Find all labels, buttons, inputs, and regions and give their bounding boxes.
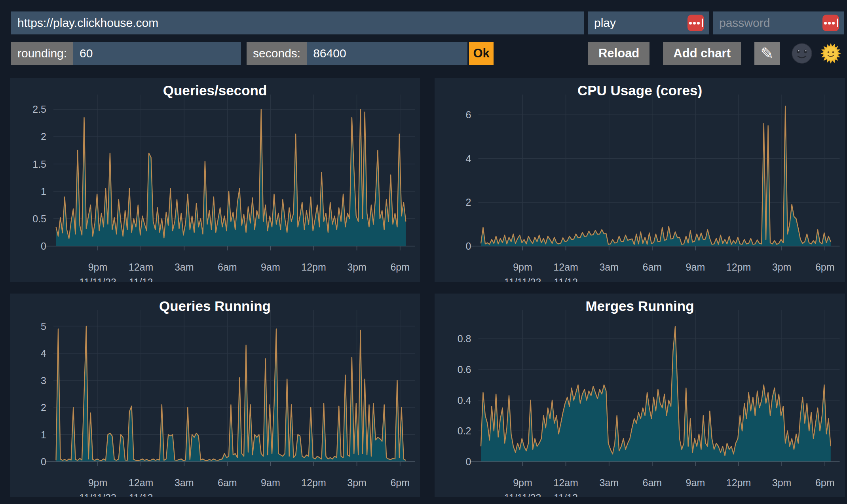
svg-text:2: 2 [41,131,46,142]
password-manager-icon[interactable] [822,15,839,31]
svg-text:11/11/23: 11/11/23 [504,277,541,282]
chart-canvas-queries-running[interactable]: 0123459pm12am3am6am9am12pm3pm6pm11/11/23… [10,294,420,497]
svg-text:0: 0 [466,241,471,252]
svg-text:3: 3 [41,375,46,386]
svg-text:1.5: 1.5 [32,159,46,170]
chart-panel-queries-running: Queries Running 0123459pm12am3am6am9am12… [10,294,420,497]
svg-text:11/11/23: 11/11/23 [504,492,541,497]
svg-text:11/12: 11/12 [129,277,153,282]
svg-text:6am: 6am [642,261,662,273]
svg-text:9pm: 9pm [513,261,532,273]
svg-text:0.2: 0.2 [458,425,471,436]
svg-text:9pm: 9pm [513,477,532,488]
svg-text:3pm: 3pm [772,477,792,488]
svg-text:12pm: 12pm [301,261,326,273]
ok-button[interactable]: Ok [469,42,494,65]
seconds-label: seconds: [247,42,307,65]
password-manager-icon[interactable] [687,15,704,31]
password-field-wrap [713,11,844,34]
svg-text:2.5: 2.5 [32,104,46,115]
svg-text:3pm: 3pm [347,477,367,488]
svg-text:6: 6 [466,109,471,120]
add-chart-button[interactable]: Add chart [663,42,741,65]
svg-text:9am: 9am [261,261,280,273]
edit-charts-button[interactable]: ✎ [754,42,780,65]
svg-text:2: 2 [466,197,471,208]
user-field-wrap [588,11,709,34]
svg-text:2: 2 [41,402,46,413]
chart-panel-merges-running: Merges Running 00.20.40.60.89pm12am3am6a… [435,294,845,497]
svg-text:12pm: 12pm [726,477,751,488]
dark-theme-toggle[interactable] [792,42,812,65]
chart-panel-queries-per-second: Queries/second 00.511.522.59pm12am3am6am… [10,78,420,282]
svg-text:9am: 9am [261,477,280,488]
sun-icon [820,43,841,64]
chart-canvas-cpu-usage[interactable]: 02469pm12am3am6am9am12pm3pm6pm11/11/2311… [435,78,845,282]
svg-text:11/12: 11/12 [554,277,578,282]
dashboard-controls: rounding: seconds: Ok Reload Add chart ✎ [11,42,841,65]
svg-text:6am: 6am [218,477,237,488]
svg-text:0: 0 [41,241,46,252]
dot [832,22,835,25]
svg-text:6pm: 6pm [815,261,835,273]
svg-text:6pm: 6pm [390,261,410,273]
svg-text:3am: 3am [175,477,194,488]
svg-text:1: 1 [41,186,46,197]
svg-text:3am: 3am [175,261,194,273]
dot [689,22,692,25]
reload-button[interactable]: Reload [588,42,649,65]
chart-canvas-queries-per-second[interactable]: 00.511.522.59pm12am3am6am9am12pm3pm6pm11… [10,78,420,282]
light-theme-toggle[interactable] [820,42,841,65]
browser-toolbar [11,11,844,34]
dot [697,22,700,25]
url-field-wrap [11,11,584,34]
chart-panel-cpu-usage: CPU Usage (cores) 02469pm12am3am6am9am12… [435,78,845,282]
svg-text:12am: 12am [553,261,578,273]
chart-canvas-merges-running[interactable]: 00.20.40.60.89pm12am3am6am9am12pm3pm6pm1… [435,294,845,497]
svg-text:9pm: 9pm [88,261,108,273]
svg-text:6pm: 6pm [390,477,410,488]
svg-text:4: 4 [41,348,46,359]
svg-text:1: 1 [41,429,46,440]
svg-text:6am: 6am [218,261,237,273]
svg-text:12am: 12am [553,477,578,488]
svg-text:6am: 6am [642,477,662,488]
svg-text:0.8: 0.8 [458,333,471,344]
dot [824,22,827,25]
svg-text:0.6: 0.6 [458,364,471,375]
svg-text:0.4: 0.4 [458,395,471,406]
svg-text:9am: 9am [686,477,705,488]
dot [828,22,831,25]
moon-icon [792,43,812,64]
svg-text:12pm: 12pm [301,477,326,488]
cursor-bar [702,19,703,27]
svg-text:3am: 3am [599,477,619,488]
charts-grid: Queries/second 00.511.522.59pm12am3am6am… [10,78,845,497]
url-input[interactable] [11,11,584,34]
rounding-input[interactable] [73,42,241,65]
dot [693,22,696,25]
svg-text:0.5: 0.5 [32,213,46,224]
svg-text:0: 0 [466,456,471,467]
svg-text:11/12: 11/12 [554,492,578,497]
svg-text:6pm: 6pm [815,477,835,488]
svg-text:9am: 9am [686,261,705,273]
pencil-icon: ✎ [760,44,774,63]
svg-text:11/11/23: 11/11/23 [79,277,116,282]
svg-text:12pm: 12pm [726,261,751,273]
cursor-bar [837,19,838,27]
svg-text:12am: 12am [129,477,154,488]
svg-text:0: 0 [41,456,46,467]
svg-text:4: 4 [466,153,471,164]
seconds-input[interactable] [307,42,467,65]
svg-text:12am: 12am [129,261,154,273]
rounding-label: rounding: [11,42,73,65]
svg-text:3pm: 3pm [347,261,367,273]
svg-text:11/12: 11/12 [129,492,153,497]
svg-text:3am: 3am [599,261,619,273]
svg-text:5: 5 [41,321,46,332]
svg-text:11/11/23: 11/11/23 [79,492,116,497]
svg-text:3pm: 3pm [772,261,792,273]
svg-text:9pm: 9pm [88,477,108,488]
